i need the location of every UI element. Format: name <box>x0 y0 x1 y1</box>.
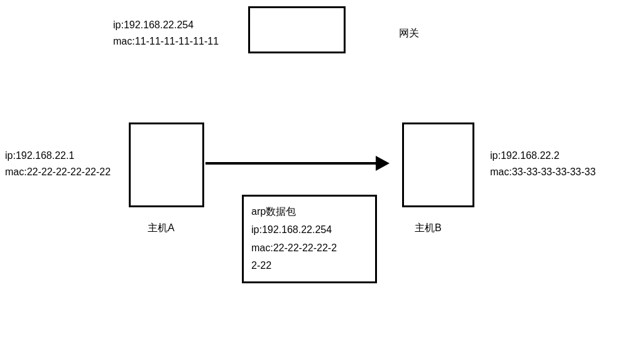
arp-packet-ip-text: ip:192.168.22.254 <box>251 221 368 239</box>
host-a-mac-text: mac:22-22-22-22-22-22 <box>5 164 111 180</box>
host-a-ip-text: ip:192.168.22.1 <box>5 148 111 164</box>
arrow-head-icon <box>376 156 390 171</box>
host-a-name-label: 主机A <box>148 220 175 236</box>
arp-packet-mac-line1: mac:22-22-22-22-2 <box>251 239 368 258</box>
gateway-mac-text: mac:11-11-11-11-11-11 <box>113 33 219 50</box>
host-b-box <box>402 122 474 207</box>
arp-packet-box: arp数据包 ip:192.168.22.254 mac:22-22-22-22… <box>242 195 377 283</box>
arp-packet-title: arp数据包 <box>251 203 368 221</box>
host-b-name-label: 主机B <box>415 220 442 236</box>
host-b-info-label: ip:192.168.22.2 mac:33-33-33-33-33-33 <box>490 148 596 180</box>
host-a-box <box>129 122 204 207</box>
gateway-box <box>248 6 346 53</box>
host-a-info-label: ip:192.168.22.1 mac:22-22-22-22-22-22 <box>5 148 111 180</box>
arp-packet-mac-line2: 2-22 <box>251 257 368 275</box>
gateway-info-label: ip:192.168.22.254 mac:11-11-11-11-11-11 <box>113 17 219 49</box>
gateway-name-label: 网关 <box>399 25 419 41</box>
host-b-mac-text: mac:33-33-33-33-33-33 <box>490 164 596 180</box>
gateway-ip-text: ip:192.168.22.254 <box>113 17 219 33</box>
host-b-ip-text: ip:192.168.22.2 <box>490 148 596 164</box>
arrow-line-icon <box>205 162 378 165</box>
